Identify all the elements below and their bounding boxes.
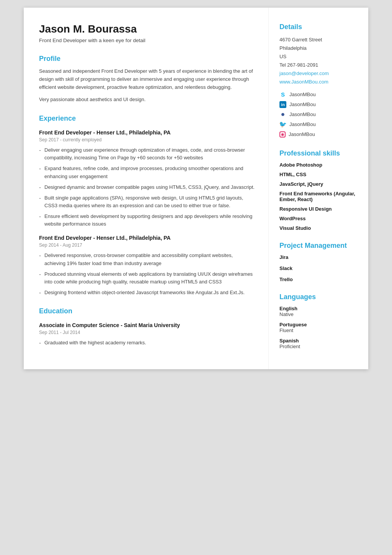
pm-0: Jira xyxy=(279,254,358,260)
social-instagram: ◉ JasonMBou xyxy=(279,130,358,139)
lang-1-level: Fluent xyxy=(279,327,358,333)
website-link[interactable]: www.JasonMBou.com xyxy=(279,78,358,86)
linkedin-handle: JasonMBou xyxy=(289,100,316,109)
right-column: Details 4670 Garrett Street Philadelphia… xyxy=(269,8,368,369)
bullet-item: Expand features, refine code, and improv… xyxy=(39,165,255,180)
bullet-item: Designing frontend within object-oriente… xyxy=(39,289,255,296)
job-2-bullets: Delivered responsive, cross-browser comp… xyxy=(39,252,255,296)
email-link[interactable]: jason@developer.com xyxy=(279,69,358,78)
skills-list: Adobe Photoshop HTML, CSS JavaScript, jQ… xyxy=(279,162,358,231)
facebook-icon: ● xyxy=(279,111,286,118)
address-line-2: Philadelphia xyxy=(279,44,358,52)
resume-container: Jason M. Bourassa Front End Developer wi… xyxy=(24,8,368,369)
lang-1: Portuguese Fluent xyxy=(279,322,358,333)
edu-1-bullets: Graduated with the highest academy remar… xyxy=(39,339,255,347)
lang-0-level: Native xyxy=(279,311,358,317)
profile-paragraph-2: Very passionate about aesthetics and UI … xyxy=(39,96,255,104)
languages-list: English Native Portuguese Fluent Spanish… xyxy=(279,306,358,349)
project-management-title: Project Management xyxy=(279,242,358,250)
skill-3: Front End frameworks (Angular, Ember, Re… xyxy=(279,191,358,202)
socials-list: S JasonMBou in JasonMBou ● JasonMBou 🐦 J… xyxy=(279,90,358,139)
pm-2: Trello xyxy=(279,277,358,282)
bullet-item: Delivered responsive, cross-browser comp… xyxy=(39,252,255,267)
edu-1-dates: Sep 2011 - Jul 2014 xyxy=(39,330,255,335)
lang-2-level: Proficient xyxy=(279,344,358,349)
lang-2-name: Spanish xyxy=(279,338,358,344)
bullet-item: Designed dynamic and browser compatible … xyxy=(39,183,255,191)
skill-1: HTML, CSS xyxy=(279,172,358,177)
education-section-title: Education xyxy=(39,307,255,315)
skill-2: JavaScript, jQuery xyxy=(279,181,358,187)
instagram-handle: JasonMBou xyxy=(289,130,315,139)
bullet-item: Produced stunning visual elements of web… xyxy=(39,270,255,286)
details-section-title: Details xyxy=(279,23,358,31)
twitter-icon: 🐦 xyxy=(279,121,286,128)
social-twitter: 🐦 JasonMBou xyxy=(279,120,358,129)
skill-4: Responsive UI Design xyxy=(279,206,358,212)
skype-handle: JasonMBou xyxy=(289,90,316,99)
skype-icon: S xyxy=(279,91,286,98)
skill-6: Visual Studio xyxy=(279,225,358,231)
twitter-handle: JasonMBou xyxy=(289,120,316,129)
bullet-item: Ensure efficient web development by supp… xyxy=(39,213,255,228)
job-2: Front End Developer - Henser Ltd., Phila… xyxy=(39,235,255,296)
bullet-item: Deliver engaging user experience through… xyxy=(39,146,255,162)
profile-section-title: Profile xyxy=(39,55,255,63)
lang-2: Spanish Proficient xyxy=(279,338,358,349)
job-1-title: Front End Developer - Henser Ltd., Phila… xyxy=(39,129,255,136)
bullet-item: Built single page applications (SPA), re… xyxy=(39,194,255,210)
lang-0: English Native xyxy=(279,306,358,317)
professional-skills-title: Professional skills xyxy=(279,149,358,157)
candidate-tagline: Front End Developer with a keen eye for … xyxy=(39,38,255,43)
social-skype: S JasonMBou xyxy=(279,90,358,99)
left-column: Jason M. Bourassa Front End Developer wi… xyxy=(24,8,269,369)
facebook-handle: JasonMBou xyxy=(289,110,316,119)
job-2-dates: Sep 2014 - Aug 2017 xyxy=(39,242,255,248)
edu-1-degree: Associate in Computer Science - Saint Ma… xyxy=(39,322,255,328)
instagram-icon: ◉ xyxy=(279,131,286,138)
languages-title: Languages xyxy=(279,293,358,301)
linkedin-icon: in xyxy=(279,101,286,108)
social-linkedin: in JasonMBou xyxy=(279,100,358,109)
project-management-list: Jira Slack Trello xyxy=(279,254,358,282)
lang-0-name: English xyxy=(279,306,358,311)
address-line-1: 4670 Garrett Street xyxy=(279,36,358,44)
skill-5: WordPress xyxy=(279,216,358,221)
profile-paragraph-1: Seasoned and independent Front End Devel… xyxy=(39,67,255,91)
address-line-3: US xyxy=(279,52,358,61)
experience-section-title: Experience xyxy=(39,115,255,123)
tel: Tel 267-981-2091 xyxy=(279,61,358,69)
job-1: Front End Developer - Henser Ltd., Phila… xyxy=(39,129,255,228)
education-entry-1: Associate in Computer Science - Saint Ma… xyxy=(39,322,255,347)
skill-0: Adobe Photoshop xyxy=(279,162,358,168)
pm-1: Slack xyxy=(279,265,358,271)
job-1-bullets: Deliver engaging user experience through… xyxy=(39,146,255,228)
social-facebook: ● JasonMBou xyxy=(279,110,358,119)
lang-1-name: Portuguese xyxy=(279,322,358,327)
job-1-dates: Sep 2017 - currently employed xyxy=(39,137,255,142)
job-2-title: Front End Developer - Henser Ltd., Phila… xyxy=(39,235,255,241)
candidate-name: Jason M. Bourassa xyxy=(39,23,255,35)
bullet-item: Graduated with the highest academy remar… xyxy=(39,339,255,347)
